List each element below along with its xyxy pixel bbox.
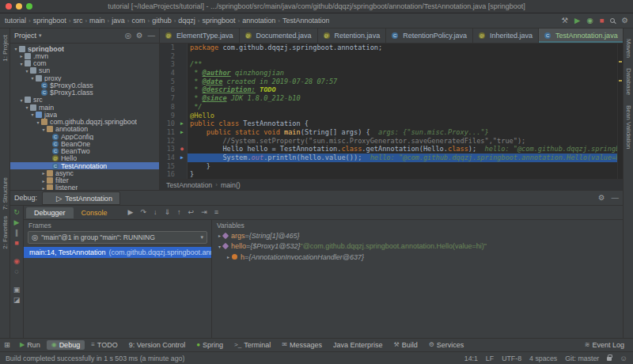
status-utf-8[interactable]: UTF-8 — [502, 355, 521, 362]
play-icon[interactable]: ▶ — [574, 17, 580, 25]
breadcrumb-item-java[interactable]: java — [112, 17, 125, 25]
gutter[interactable] — [177, 52, 188, 61]
breadcrumb-item-springboot[interactable]: springboot — [33, 17, 66, 25]
gutter[interactable] — [177, 78, 188, 86]
status-4-spaces[interactable]: 4 spaces — [529, 355, 557, 362]
toolwindow-button-maven[interactable]: Maven — [625, 39, 632, 58]
expand-arrow-icon[interactable]: ▸ — [225, 254, 232, 260]
execution-point-icon[interactable]: ▶ — [177, 154, 188, 162]
toolwindow-button-7-structure[interactable]: 7: Structure — [2, 177, 9, 210]
expand-arrow-icon[interactable]: ▾ — [29, 112, 36, 117]
gutter[interactable] — [177, 137, 188, 146]
tree-item-proxy0-class[interactable]: $Proxy0.class — [10, 82, 159, 89]
locate-icon[interactable]: ◎ — [125, 32, 131, 40]
stop-icon[interactable]: ■ — [14, 240, 18, 250]
code-line-16[interactable]: 16} — [160, 170, 623, 179]
run-gutter-icon[interactable]: ▶ — [177, 119, 188, 128]
tree-item-listener[interactable]: ▸listener — [10, 184, 159, 190]
hammer-icon[interactable]: ⚒ — [562, 17, 569, 25]
toolwindow-button-spring[interactable]: ●Spring — [191, 340, 228, 350]
gutter[interactable] — [177, 103, 188, 112]
breadcrumb-item-testannotation[interactable]: TestAnnotation — [282, 17, 330, 25]
run-gutter-icon[interactable]: ▶ — [177, 128, 188, 137]
toolwindow-button-1-project[interactable]: 1: Project — [2, 35, 9, 62]
breadcrumb-item-dqqzj[interactable]: dqqzj — [178, 17, 195, 25]
toolwindow-button-todo[interactable]: ≡TODO — [86, 340, 123, 350]
stop-icon[interactable]: ■ — [600, 17, 605, 25]
breadcrumb-item-annotation[interactable]: annotation — [242, 17, 275, 25]
mute-breakpoints-icon[interactable]: ◌ — [14, 268, 18, 279]
expand-arrow-icon[interactable]: ▾ — [24, 104, 30, 110]
breadcrumb-item-main[interactable]: main — [89, 17, 105, 25]
drop-frame-icon[interactable]: ↩ — [188, 209, 195, 216]
editor-breadcrumb-item[interactable]: TestAnnotation — [166, 181, 212, 189]
tree-item-sun[interactable]: ▾sun — [10, 67, 159, 74]
expand-arrow-icon[interactable]: ▾ — [18, 61, 25, 66]
code-line-13[interactable]: 13● Hello hello = TestAnnotation.class.g… — [160, 145, 623, 154]
toolwindow-button-event-log[interactable]: ≋Event Log — [580, 340, 629, 350]
settings-icon[interactable]: ⚙ — [598, 194, 605, 202]
settings-icon[interactable]: ⚙ — [136, 32, 143, 40]
code-line-6[interactable]: 6 * @description: TODO — [160, 85, 623, 94]
gutter[interactable] — [177, 44, 188, 52]
debug-tab-console[interactable]: Console — [74, 207, 116, 218]
breadcrumb-item-springboot[interactable]: springboot — [203, 17, 236, 25]
toolwindow-button-database[interactable]: Database — [625, 68, 632, 95]
toolwindow-switcher-icon[interactable]: ⊞ — [4, 341, 10, 349]
expand-arrow-icon[interactable]: ▾ — [35, 119, 41, 125]
editor-tab-documented-java[interactable]: Documented.java — [240, 28, 318, 43]
code-line-12[interactable]: 12 //System.setProperty("sun.misc.ProxyG… — [160, 137, 623, 146]
code-editor[interactable]: 1package com.github.dqqzj.springboot.ann… — [160, 44, 623, 179]
tree-item-com-github-dqqzj-springboot[interactable]: ▾com.github.dqqzj.springboot — [10, 119, 159, 126]
lock-icon[interactable] — [607, 357, 612, 361]
tree-item-testannotation[interactable]: TestAnnotation — [10, 162, 159, 169]
debug-tab-debugger[interactable]: Debugger — [26, 207, 74, 218]
thread-selector[interactable]: ◎ "main"@1 in group "main": RUNNING ▾ — [28, 231, 207, 244]
pin-icon[interactable]: ◪ — [13, 297, 21, 307]
toolwindow-button-build[interactable]: ⚒Build — [389, 340, 422, 350]
close-window-button[interactable] — [6, 3, 12, 9]
error-stripe[interactable] — [617, 44, 623, 179]
code-line-1[interactable]: 1package com.github.dqqzj.springboot.ann… — [160, 44, 623, 52]
toolwindow-button-9-version-control[interactable]: 9: Version Control — [124, 340, 191, 350]
expand-arrow-icon[interactable]: ▸ — [40, 170, 47, 176]
code-line-9[interactable]: 9@Hello — [160, 112, 623, 120]
status-git-master[interactable]: Git: master — [565, 355, 599, 362]
status-lf[interactable]: LF — [486, 355, 494, 362]
code-line-4[interactable]: 4 * @author qinzhongjian — [160, 69, 623, 78]
toolwindow-button-terminal[interactable]: >_Terminal — [229, 340, 275, 350]
tree-item-mvn[interactable]: ▸.mvn — [10, 52, 159, 59]
code-line-15[interactable]: 15 } — [160, 162, 623, 171]
debug-icon[interactable]: ◉ — [586, 17, 593, 25]
tree-item-annotation[interactable]: ▾annotation — [10, 126, 159, 133]
toolwindow-button-bean-validation[interactable]: Bean Validation — [625, 105, 632, 149]
step-into-icon[interactable]: ↓ — [154, 209, 157, 216]
tree-item-beanone[interactable]: BeanOne — [10, 140, 159, 147]
code-line-2[interactable]: 2 — [160, 52, 623, 61]
tree-item-src[interactable]: ▾src — [10, 97, 159, 104]
tree-item-proxy1-class[interactable]: $Proxy1.class — [10, 89, 159, 97]
stack-frame[interactable]: main:14, TestAnnotation(com.github.dqqzj… — [24, 247, 211, 258]
tree-item-filter[interactable]: ▸filter — [10, 177, 159, 184]
code-line-11[interactable]: 11▶ public static void main(String[] arg… — [160, 128, 623, 137]
debug-session-tab[interactable]: ▷ TestAnnotation — [42, 191, 120, 205]
code-line-5[interactable]: 5 * @date created in 2019-07-28 07:57 — [160, 78, 623, 86]
tree-item-appconfig[interactable]: AppConfig — [10, 133, 159, 140]
gutter[interactable] — [177, 170, 188, 179]
editor-tab-retention-java[interactable]: Retention.java — [318, 28, 387, 43]
tree-item-beantwo[interactable]: BeanTwo — [10, 148, 159, 155]
editor-breadcrumb-item[interactable]: main() — [221, 181, 241, 189]
tree-item-java[interactable]: ▾java — [10, 111, 159, 118]
code-line-10[interactable]: 10▶public class TestAnnotation { — [160, 119, 623, 128]
hide-icon[interactable]: — — [612, 194, 620, 202]
code-line-7[interactable]: 7 * @since JDK 1.8.0_212-b10 — [160, 94, 623, 103]
breakpoint-icon[interactable]: ● — [177, 145, 188, 154]
expand-arrow-icon[interactable]: ▾ — [40, 127, 47, 132]
chevron-down-icon[interactable]: ▾ — [39, 32, 42, 39]
gutter[interactable] — [177, 60, 188, 69]
toolwindow-button-services[interactable]: ⚙Services — [424, 340, 469, 350]
step-over-icon[interactable]: ↷ — [140, 209, 146, 216]
editor-tab-testannotation-java[interactable]: TestAnnotation.java — [539, 28, 623, 43]
expand-arrow-icon[interactable]: ▸ — [40, 178, 47, 184]
variable-row-args[interactable]: ▸args = {String[1]@465} — [212, 230, 623, 241]
